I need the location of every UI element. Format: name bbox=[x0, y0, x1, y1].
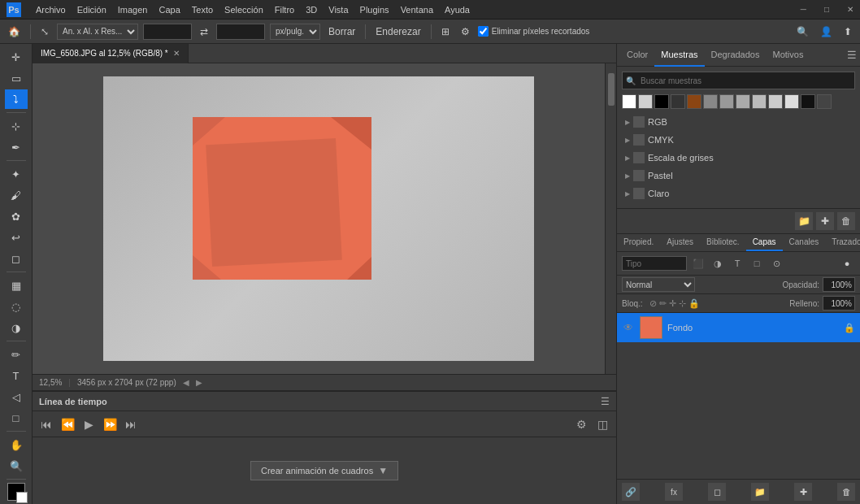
menu-archivo[interactable]: Archivo bbox=[36, 5, 66, 15]
tab-propied[interactable]: Propied. bbox=[617, 234, 660, 251]
swatch-gray3[interactable] bbox=[719, 94, 734, 109]
opacity-input[interactable] bbox=[823, 277, 855, 292]
hand-tool[interactable]: ✋ bbox=[5, 435, 28, 454]
canvas-tab-active[interactable]: IMG_6508.JPG al 12,5% (RGB/8) * ✕ bbox=[33, 44, 189, 63]
crop-ratio-select[interactable]: An. x Al. x Res... bbox=[57, 24, 138, 40]
grid-button[interactable]: ⊞ bbox=[438, 23, 453, 41]
timeline-panel-menu[interactable]: ☰ bbox=[601, 396, 610, 407]
crop-tool[interactable]: ⊹ bbox=[5, 116, 28, 136]
layer-filter-shape[interactable]: □ bbox=[749, 255, 765, 272]
home-button[interactable]: 🏠 bbox=[5, 23, 24, 41]
timeline-play[interactable]: ▶ bbox=[80, 415, 98, 433]
status-arrow-right[interactable]: ▶ bbox=[196, 378, 202, 387]
new-layer-btn[interactable]: ✚ bbox=[794, 483, 812, 501]
eliminar-checkbox[interactable] bbox=[478, 26, 489, 37]
menu-vista[interactable]: Vista bbox=[328, 5, 348, 15]
swatch-dark[interactable] bbox=[671, 94, 685, 109]
timeline-convert[interactable]: ◫ bbox=[593, 415, 611, 433]
swap-dimensions-button[interactable]: ⇄ bbox=[197, 23, 211, 41]
new-swatch-btn[interactable]: ✚ bbox=[816, 212, 834, 230]
borrar-button[interactable]: Borrar bbox=[325, 23, 358, 41]
add-mask-btn[interactable]: ◻ bbox=[708, 483, 726, 501]
crop-transform-button[interactable]: ⤡ bbox=[37, 23, 52, 41]
layer-filter-input[interactable] bbox=[622, 256, 687, 271]
px-unit-select[interactable]: px/pulg. bbox=[270, 24, 320, 40]
swatch-gray2[interactable] bbox=[703, 94, 718, 109]
eyedropper-tool[interactable]: ✒ bbox=[5, 137, 28, 157]
layer-filter-adjust[interactable]: ◑ bbox=[710, 255, 726, 272]
delete-layer-btn[interactable]: 🗑 bbox=[837, 483, 855, 501]
tab-canales[interactable]: Canales bbox=[783, 234, 826, 251]
settings-button[interactable]: ⚙ bbox=[458, 23, 473, 41]
select-rect-tool[interactable]: ▭ bbox=[5, 68, 28, 88]
fx-btn[interactable]: fx bbox=[665, 483, 683, 501]
tab-motivos[interactable]: Motivos bbox=[766, 44, 810, 67]
swatch-dark2[interactable] bbox=[817, 94, 832, 109]
timeline-prev-frame[interactable]: ⏪ bbox=[59, 415, 76, 433]
swatch-black2[interactable] bbox=[801, 94, 815, 109]
swatch-search-input[interactable] bbox=[622, 72, 855, 89]
new-folder-btn[interactable]: 📁 bbox=[795, 212, 813, 230]
menu-3d[interactable]: 3D bbox=[306, 5, 317, 15]
lock-position[interactable]: ✛ bbox=[669, 298, 676, 309]
menu-ventana[interactable]: Ventana bbox=[401, 5, 433, 15]
canvas-scrollbar-right[interactable] bbox=[605, 63, 616, 374]
menu-filtro[interactable]: Filtro bbox=[275, 5, 294, 15]
brush-tool[interactable]: 🖌 bbox=[5, 185, 28, 205]
layer-filter-toggle[interactable]: ● bbox=[839, 255, 855, 272]
account-button[interactable]: 👤 bbox=[817, 23, 836, 41]
swatch-white[interactable] bbox=[622, 94, 636, 109]
menu-seleccion[interactable]: Selección bbox=[224, 5, 263, 15]
type-tool[interactable]: T bbox=[5, 366, 28, 385]
swatch-black[interactable] bbox=[654, 94, 669, 109]
dodge-tool[interactable]: ◑ bbox=[5, 318, 28, 337]
crop-width-input[interactable] bbox=[143, 24, 192, 40]
pen-tool[interactable]: ✏ bbox=[5, 345, 28, 364]
window-maximize[interactable]: □ bbox=[824, 5, 829, 14]
fill-opacity-input[interactable] bbox=[823, 296, 855, 311]
swatch-gray4[interactable] bbox=[736, 94, 750, 109]
lock-image[interactable]: ✏ bbox=[659, 298, 667, 309]
lock-artboard[interactable]: ⊹ bbox=[679, 298, 686, 309]
swatch-gray6[interactable] bbox=[768, 94, 783, 109]
lasso-tool[interactable]: ⤵ bbox=[5, 89, 28, 109]
background-color[interactable] bbox=[16, 492, 28, 503]
tab-trazados[interactable]: Trazados bbox=[825, 234, 860, 251]
status-arrow-left[interactable]: ◀ bbox=[183, 378, 189, 387]
blend-mode-select[interactable]: Normal bbox=[622, 277, 695, 292]
eraser-tool[interactable]: ◻ bbox=[5, 249, 28, 268]
swatches-panel-menu[interactable]: ☰ bbox=[847, 49, 857, 61]
swatch-group-pastel-row[interactable]: ▶ Pastel bbox=[622, 167, 855, 184]
menu-texto[interactable]: Texto bbox=[192, 5, 213, 15]
crop-height-input[interactable] bbox=[216, 24, 265, 40]
link-layers-btn[interactable]: 🔗 bbox=[622, 483, 640, 501]
tab-degradados[interactable]: Degradados bbox=[705, 44, 767, 67]
vertical-scroll-thumb[interactable] bbox=[608, 73, 615, 106]
timeline-goto-start[interactable]: ⏮ bbox=[37, 415, 55, 433]
swatch-group-claro-row[interactable]: ▶ Claro bbox=[622, 185, 855, 202]
tab-close-button[interactable]: ✕ bbox=[173, 49, 180, 58]
swatch-brown[interactable] bbox=[687, 94, 701, 109]
foreground-color[interactable] bbox=[7, 483, 25, 501]
tab-muestras[interactable]: Muestras bbox=[654, 44, 704, 67]
window-close[interactable]: ✕ bbox=[847, 5, 853, 14]
gradient-tool[interactable]: ▦ bbox=[5, 276, 28, 295]
menu-ayuda[interactable]: Ayuda bbox=[445, 5, 470, 15]
create-animation-button[interactable]: Crear animación de cuadros ▼ bbox=[250, 461, 398, 480]
zoom-tool[interactable]: 🔍 bbox=[5, 456, 28, 476]
blur-tool[interactable]: ◌ bbox=[5, 297, 28, 316]
layer-filter-pixel[interactable]: ⬛ bbox=[690, 255, 706, 272]
menu-edicion[interactable]: Edición bbox=[77, 5, 106, 15]
tab-ajustes[interactable]: Ajustes bbox=[660, 234, 700, 251]
move-tool[interactable]: ✛ bbox=[5, 47, 28, 67]
timeline-settings[interactable]: ⚙ bbox=[572, 415, 590, 433]
shape-tool[interactable]: □ bbox=[5, 408, 28, 428]
enderezar-button[interactable]: Enderezar bbox=[372, 23, 423, 41]
layer-filter-smart[interactable]: ⊙ bbox=[768, 255, 784, 272]
swatch-gray7[interactable] bbox=[784, 94, 799, 109]
lock-all[interactable]: 🔒 bbox=[688, 298, 700, 309]
swatch-gray5[interactable] bbox=[752, 94, 767, 109]
window-minimize[interactable]: ─ bbox=[801, 5, 806, 14]
timeline-goto-end[interactable]: ⏭ bbox=[122, 415, 140, 433]
delete-swatch-btn[interactable]: 🗑 bbox=[837, 212, 855, 230]
